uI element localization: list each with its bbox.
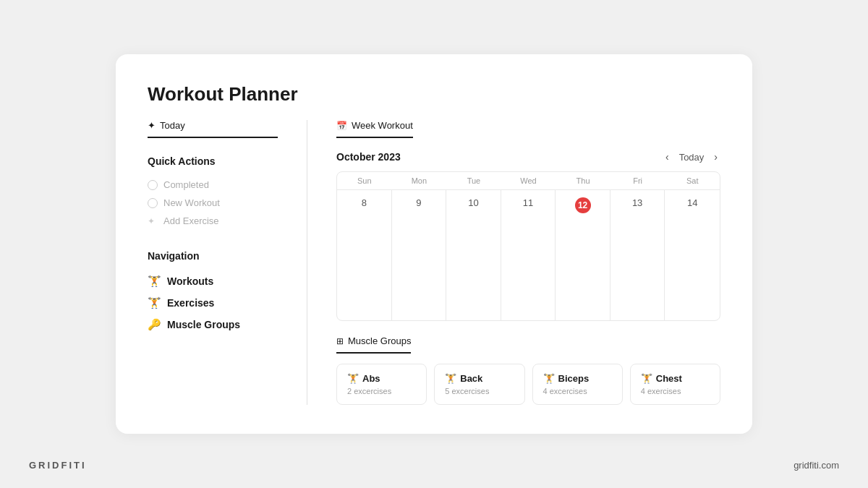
sidebar-item-muscle-groups[interactable]: 🔑 Muscle Groups (148, 314, 278, 335)
action-new-workout-label: New Workout (163, 197, 220, 208)
date-num-10: 10 (452, 197, 495, 208)
date-cell-9[interactable]: 9 (392, 190, 447, 320)
muscle-card-back-title: 🏋 Back (445, 373, 514, 384)
brand-name: GRIDFITI (29, 460, 87, 471)
calendar-next-button[interactable]: › (711, 150, 720, 164)
back-icon: 🏋 (445, 373, 456, 384)
footer-url: gridfiti.com (793, 460, 839, 471)
muscle-card-back-count: 5 excercises (445, 387, 514, 395)
date-cell-12[interactable]: 12 (556, 190, 610, 320)
nav-muscle-groups-label: Muscle Groups (167, 319, 240, 330)
sidebar-divider (307, 120, 307, 405)
today-tab-label: Today (160, 120, 185, 131)
muscle-card-chest[interactable]: 🏋 Chest 4 exercises (630, 364, 720, 405)
date-cell-8[interactable]: 8 (337, 190, 392, 320)
date-cell-14[interactable]: 14 (665, 190, 720, 320)
chest-icon: 🏋 (641, 373, 652, 384)
date-cell-10[interactable]: 10 (446, 190, 501, 320)
action-completed-label: Completed (163, 179, 209, 190)
main-content: 📅 Week Workout October 2023 ‹ Today › Su… (322, 120, 720, 405)
quick-actions-heading: Quick Actions (148, 155, 278, 167)
footer: GRIDFITI gridfiti.com (29, 460, 839, 471)
muscle-card-biceps[interactable]: 🏋 Biceps 4 excercises (532, 364, 623, 405)
week-tab-label: Week Workout (352, 120, 413, 131)
muscle-card-chest-title: 🏋 Chest (641, 373, 710, 384)
muscle-groups-tab[interactable]: ⊞ Muscle Groups (336, 335, 411, 354)
date-num-9: 9 (398, 197, 441, 208)
biceps-icon: 🏋 (543, 373, 555, 384)
muscle-groups-tab-label: Muscle Groups (348, 335, 411, 346)
muscle-card-biceps-title: 🏋 Biceps (543, 373, 612, 384)
calendar-grid: Sun Mon Tue Wed Thu Fri Sat 8 9 (336, 171, 720, 321)
calendar-today-button[interactable]: Today (679, 152, 705, 163)
muscle-card-abs-title: 🏋 Abs (347, 373, 416, 384)
day-header-sat: Sat (665, 172, 720, 189)
muscle-card-chest-count: 4 exercises (641, 387, 710, 395)
calendar-icon: 📅 (336, 121, 347, 131)
date-num-11: 11 (507, 197, 550, 208)
action-completed[interactable]: Completed (148, 176, 278, 194)
day-header-wed: Wed (501, 172, 556, 189)
date-num-12: 12 (575, 197, 591, 213)
main-card: Workout Planner ✦ Today Quick Actions Co… (116, 54, 752, 434)
navigation-heading: Navigation (148, 250, 278, 262)
abs-icon: 🏋 (347, 373, 359, 384)
calendar-month-label: October 2023 (336, 151, 401, 163)
page-title: Workout Planner (148, 83, 720, 106)
circle-icon (148, 198, 158, 208)
date-num-8: 8 (343, 197, 386, 208)
day-header-tue: Tue (446, 172, 501, 189)
day-header-mon: Mon (392, 172, 447, 189)
calendar-header: October 2023 ‹ Today › (336, 150, 720, 164)
muscle-card-back[interactable]: 🏋 Back 5 excercises (434, 364, 524, 405)
dumbbell-icon-exercises: 🏋 (148, 296, 161, 309)
week-workout-tab[interactable]: 📅 Week Workout (336, 120, 413, 138)
action-new-workout[interactable]: New Workout (148, 194, 278, 212)
key-icon: 🔑 (148, 318, 161, 331)
date-cell-13[interactable]: 13 (610, 190, 665, 320)
action-add-exercise-label: Add Exercise (163, 215, 219, 226)
date-num-14: 14 (671, 197, 714, 208)
date-cell-11[interactable]: 11 (501, 190, 556, 320)
muscle-card-abs-count: 2 excercises (347, 387, 416, 395)
calendar-days-header: Sun Mon Tue Wed Thu Fri Sat (337, 172, 720, 190)
date-num-13: 13 (616, 197, 659, 208)
content-area: ✦ Today Quick Actions Completed New Work… (148, 120, 720, 405)
muscle-cards-grid: 🏋 Abs 2 excercises 🏋 Back 5 excercises 🏋 (336, 364, 720, 405)
muscle-card-abs[interactable]: 🏋 Abs 2 excercises (336, 364, 427, 405)
navigation-section: Navigation 🏋 Workouts 🏋 Exercises 🔑 Musc… (148, 250, 278, 335)
grid-icon: ⊞ (336, 336, 344, 346)
sidebar-item-exercises[interactable]: 🏋 Exercises (148, 292, 278, 314)
today-tab[interactable]: ✦ Today (148, 120, 278, 138)
calendar-dates-row: 8 9 10 11 12 13 (337, 190, 720, 320)
sidebar-item-workouts[interactable]: 🏋 Workouts (148, 270, 278, 292)
sidebar: ✦ Today Quick Actions Completed New Work… (148, 120, 292, 405)
day-header-fri: Fri (610, 172, 665, 189)
check-circle-icon (148, 180, 158, 190)
muscle-card-biceps-count: 4 excercises (543, 387, 612, 395)
quick-actions-section: Quick Actions Completed New Workout ✦ Ad… (148, 155, 278, 230)
nav-workouts-label: Workouts (167, 275, 213, 287)
star-icon: ✦ (148, 120, 156, 131)
day-header-sun: Sun (337, 172, 392, 189)
nav-exercises-label: Exercises (167, 297, 214, 309)
dumbbell-icon-workouts: 🏋 (148, 275, 161, 288)
calendar-prev-button[interactable]: ‹ (663, 150, 672, 164)
day-header-thu: Thu (556, 172, 610, 189)
calendar-navigation: ‹ Today › (663, 150, 720, 164)
action-add-exercise[interactable]: ✦ Add Exercise (148, 212, 278, 230)
sparkle-icon: ✦ (148, 216, 158, 226)
